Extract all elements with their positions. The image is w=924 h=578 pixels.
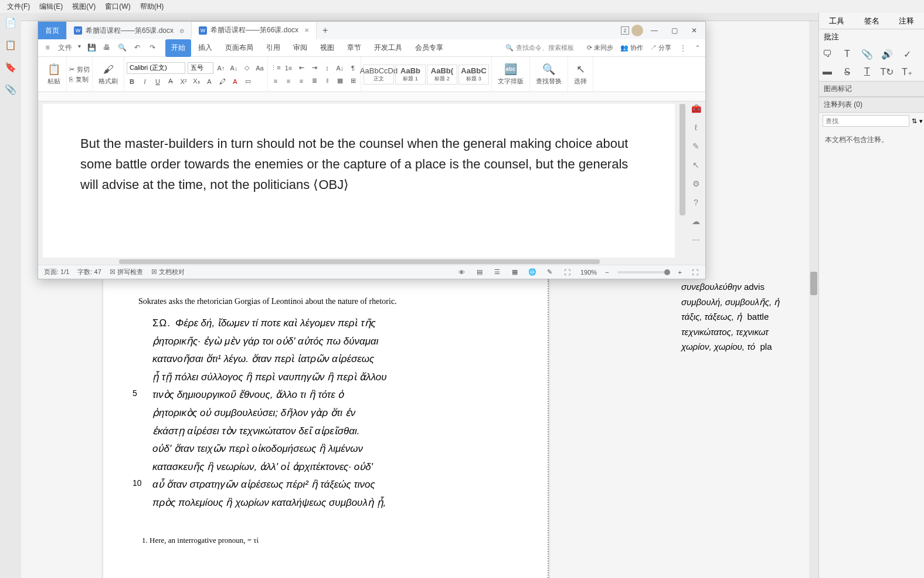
select-button[interactable]: ↖选择 (570, 63, 590, 86)
focus-mode-icon[interactable]: ✎ (545, 268, 555, 277)
stamp-icon[interactable]: ✓ (901, 48, 913, 60)
settings-icon[interactable]: ⚙ (692, 179, 700, 188)
ribbon-more-icon[interactable]: ⋮ (680, 44, 687, 52)
cloud-icon[interactable]: ☁ (692, 217, 700, 226)
pdf-vscrollbar[interactable] (809, 21, 818, 578)
format-painter-button[interactable]: 🖌格式刷 (95, 63, 121, 86)
cut-button[interactable]: ✂ 剪切 (69, 65, 90, 74)
wps-tab-home[interactable]: 首页 (38, 22, 67, 39)
file-menu[interactable]: 文件 (58, 43, 72, 53)
style-pane-icon[interactable]: ℓ (695, 123, 698, 132)
replace-text-icon[interactable]: T↻ (881, 66, 893, 77)
clear-format-icon[interactable]: ◇ (242, 63, 252, 73)
clipboard-icon[interactable]: 📋 (5, 39, 16, 50)
borders-icon[interactable]: ⊞ (348, 76, 358, 86)
eye-mode-icon[interactable]: 👁 (457, 268, 467, 277)
read-view-icon[interactable]: ▦ (510, 268, 519, 277)
tab-sign[interactable]: 签名 (854, 13, 889, 29)
ribbon-tab-insert[interactable]: 插入 (192, 39, 218, 57)
style-h2[interactable]: AaBb(标题 2 (427, 65, 457, 84)
pen-icon[interactable]: ✎ (692, 141, 699, 151)
toolbox-icon[interactable]: 🧰 (691, 104, 701, 113)
document-page[interactable]: But the master-builders in turn should n… (43, 104, 675, 258)
minimize-button[interactable]: — (646, 22, 663, 39)
open-file-icon[interactable]: 📄 (5, 16, 16, 28)
menu-icon[interactable]: ≡ (43, 43, 52, 52)
notification-badge[interactable]: 2 (621, 26, 629, 35)
ribbon-tab-dev[interactable]: 开发工具 (368, 39, 408, 57)
doc-vscrollbar[interactable] (678, 102, 687, 259)
insert-text-icon[interactable]: T₊ (901, 66, 913, 77)
underline-button[interactable]: U (152, 76, 163, 87)
help-icon[interactable]: ? (694, 198, 698, 207)
print-layout-icon[interactable]: ▤ (475, 268, 484, 277)
zoom-value[interactable]: 190% (580, 269, 597, 276)
menu-window[interactable]: 窗口(W) (100, 2, 135, 12)
print-preview-icon[interactable]: 🔍 (117, 43, 127, 52)
highlight-icon[interactable]: ▬ (821, 66, 833, 77)
sync-status[interactable]: ⟳ 未同步 (587, 43, 613, 52)
menu-help[interactable]: 帮助(H) (135, 2, 169, 12)
share-button[interactable]: ↗ 分享 (650, 43, 671, 52)
fullscreen-icon[interactable]: ⛶ (690, 268, 699, 277)
text-layout-button[interactable]: 🔤文字排版 (494, 63, 527, 86)
redo-icon[interactable]: ↷ (148, 43, 157, 52)
user-avatar[interactable] (631, 25, 643, 36)
outline-view-icon[interactable]: ☰ (492, 268, 502, 277)
ribbon-tab-view[interactable]: 视图 (314, 39, 340, 57)
style-h3[interactable]: AaBbC标题 3 (458, 65, 489, 84)
superscript-button[interactable]: X² (178, 76, 189, 87)
strike-icon[interactable]: S̶ (841, 66, 853, 77)
status-word-count[interactable]: 字数: 47 (77, 268, 101, 276)
zoom-slider-thumb[interactable] (664, 269, 670, 275)
more-panels-icon[interactable]: ⋯ (692, 235, 700, 245)
ribbon-collapse-icon[interactable]: ⌃ (695, 44, 701, 52)
underline-t-icon[interactable]: T (861, 66, 873, 77)
grow-font-icon[interactable]: A↑ (216, 63, 226, 73)
doc-vscroll-thumb[interactable] (680, 104, 685, 215)
wps-tab-doc1[interactable]: W 希腊语课程——第65课.docx ⊘ (67, 22, 192, 39)
new-tab-button[interactable]: + (317, 25, 334, 36)
attachment-icon[interactable]: 📎 (5, 83, 16, 95)
command-search[interactable]: 🔍 查找命令、搜索模板 (505, 43, 574, 52)
menu-view[interactable]: 视图(V) (67, 2, 100, 12)
save-icon[interactable]: 💾 (87, 43, 96, 52)
font-name-select[interactable] (127, 62, 185, 74)
tab-tools[interactable]: 工具 (819, 13, 854, 29)
close-tab-icon[interactable]: ⊘ (179, 28, 184, 34)
ribbon-tab-start[interactable]: 开始 (165, 39, 191, 57)
change-case-icon[interactable]: Aa (254, 63, 265, 73)
font-size-select[interactable] (188, 62, 213, 74)
section-annotations-list[interactable]: 注释列表 (0) (819, 97, 924, 113)
doc-hscroll-thumb[interactable] (119, 259, 600, 264)
zoom-out-button[interactable]: − (605, 269, 609, 276)
sort-icon[interactable]: ⇅ (912, 117, 917, 125)
cursor-icon[interactable]: ↖ (692, 160, 699, 170)
decrease-indent-icon[interactable]: ⇤ (296, 63, 307, 73)
shading-icon[interactable]: ▦ (335, 76, 345, 86)
font-color-icon[interactable]: A (230, 76, 240, 87)
ribbon-tab-page[interactable]: 页面布局 (219, 39, 259, 57)
annotation-search-input[interactable] (823, 115, 909, 127)
ribbon-tab-review[interactable]: 审阅 (287, 39, 313, 57)
text-effects-icon[interactable]: A (204, 76, 215, 87)
style-normal[interactable]: AaBbCcDd正文 (364, 65, 394, 84)
filter-icon[interactable]: ▾ (919, 117, 923, 125)
document-body-text[interactable]: But the master-builders in turn should n… (80, 133, 637, 195)
justify-icon[interactable]: ≣ (309, 76, 320, 86)
close-tab-icon[interactable]: ✕ (304, 27, 309, 33)
status-proofread[interactable]: ☒ 文档校对 (151, 268, 185, 276)
maximize-button[interactable]: ▢ (665, 22, 683, 39)
increase-indent-icon[interactable]: ⇥ (309, 63, 320, 73)
italic-button[interactable]: I (140, 76, 150, 87)
menu-edit[interactable]: 编辑(E) (35, 2, 67, 12)
pdf-vscroll-thumb[interactable] (810, 272, 817, 295)
ribbon-tab-ref[interactable]: 引用 (260, 39, 286, 57)
status-page[interactable]: 页面: 1/1 (44, 268, 69, 276)
ribbon-tab-chapter[interactable]: 章节 (341, 39, 367, 57)
zoom-slider[interactable] (617, 271, 670, 273)
paste-button[interactable]: 📋粘贴 (44, 63, 64, 86)
wps-tab-doc2[interactable]: W 希腊语课程——第66课.docx ✕ (192, 22, 317, 40)
align-center-icon[interactable]: ≡ (283, 76, 294, 86)
line-spacing-icon[interactable]: ↕ (322, 63, 332, 73)
